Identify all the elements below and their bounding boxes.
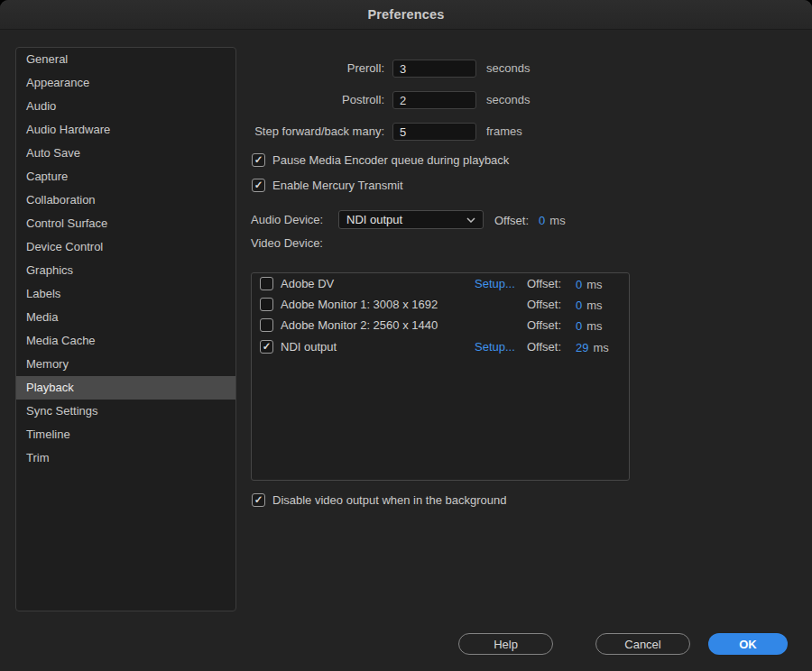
audio-device-label: Audio Device:	[251, 211, 323, 229]
check-icon: ✓	[254, 155, 263, 166]
video-device-label: Video Device:	[251, 234, 323, 253]
sidebar-item-labels[interactable]: Labels	[16, 282, 235, 306]
offset-value-group: 0 ms	[576, 275, 603, 293]
monitor-2-checkbox[interactable]: ✓	[260, 318, 273, 332]
offset-label: Offset:	[527, 338, 561, 356]
offset-unit: ms	[586, 319, 602, 333]
offset-value: 0	[576, 278, 582, 291]
device-name: NDI output	[281, 338, 337, 356]
sidebar-item-audio[interactable]: Audio	[16, 95, 235, 118]
offset-unit: ms	[593, 341, 608, 354]
sidebar-item-media[interactable]: Media	[16, 306, 235, 329]
sidebar-item-appearance[interactable]: Appearance	[16, 71, 235, 95]
sidebar-item-sync-settings[interactable]: Sync Settings	[16, 400, 235, 423]
audio-device-selected-value: NDI output	[346, 213, 402, 226]
offset-value: 0	[576, 299, 582, 312]
device-name: Adobe Monitor 2: 2560 x 1440	[281, 317, 438, 335]
step-forward-back-label: Step forward/back many:	[244, 123, 384, 141]
sidebar-item-memory[interactable]: Memory	[16, 353, 235, 376]
sidebar-item-playback[interactable]: Playback	[16, 376, 235, 400]
preroll-unit: seconds	[486, 60, 530, 78]
sidebar-item-audio-hardware[interactable]: Audio Hardware	[16, 118, 235, 142]
offset-label: Offset:	[527, 296, 561, 314]
disable-video-output-checkbox[interactable]: ✓	[252, 493, 265, 507]
ok-button[interactable]: OK	[708, 633, 788, 655]
offset-value: 29	[576, 341, 588, 354]
pause-media-encoder-label: Pause Media Encoder queue during playbac…	[272, 153, 509, 167]
step-forward-back-unit: frames	[486, 123, 522, 141]
preferences-dialog: Preferences General Appearance Audio Aud…	[0, 0, 812, 671]
postroll-input[interactable]	[392, 91, 476, 109]
device-name: Adobe DV	[281, 275, 334, 293]
video-device-list: ✓ Adobe DV Setup... Offset: 0 ms ✓ Adobe…	[251, 272, 630, 481]
preroll-label: Preroll:	[244, 60, 384, 78]
video-device-row-monitor-1: ✓ Adobe Monitor 1: 3008 x 1692 Offset: 0…	[252, 296, 629, 314]
help-button-label: Help	[494, 638, 518, 651]
offset-label: Offset:	[527, 275, 561, 293]
enable-mercury-transmit-label: Enable Mercury Transmit	[272, 179, 403, 192]
dialog-title: Preferences	[367, 7, 444, 22]
disable-video-output-option: ✓ Disable video output when in the backg…	[252, 493, 506, 507]
ndi-output-checkbox[interactable]: ✓	[260, 340, 273, 354]
offset-value: 0	[576, 319, 582, 333]
audio-offset-label: Offset:	[494, 214, 529, 227]
postroll-label: Postroll:	[244, 91, 384, 109]
sidebar-item-trim[interactable]: Trim	[16, 446, 235, 470]
ok-button-label: OK	[739, 638, 757, 651]
video-device-row-adobe-dv: ✓ Adobe DV Setup... Offset: 0 ms	[252, 275, 629, 293]
audio-offset-group: Offset: 0 ms	[494, 211, 566, 229]
help-button[interactable]: Help	[458, 633, 553, 655]
audio-offset-value: 0	[539, 214, 545, 227]
sidebar-item-timeline[interactable]: Timeline	[16, 423, 235, 446]
enable-mercury-transmit-option: ✓ Enable Mercury Transmit	[252, 179, 403, 192]
device-name: Adobe Monitor 1: 3008 x 1692	[281, 296, 438, 314]
video-device-row-ndi-output: ✓ NDI output Setup... Offset: 29 ms	[252, 338, 629, 356]
preferences-sidebar: General Appearance Audio Audio Hardware …	[15, 47, 236, 611]
check-icon: ✓	[263, 342, 272, 353]
audio-offset-unit: ms	[549, 214, 565, 227]
sidebar-item-collaboration[interactable]: Collaboration	[16, 188, 235, 212]
title-bar: Preferences	[0, 0, 812, 30]
enable-mercury-transmit-checkbox[interactable]: ✓	[252, 179, 265, 192]
step-forward-back-input[interactable]	[392, 123, 476, 141]
check-icon: ✓	[254, 180, 263, 191]
cancel-button[interactable]: Cancel	[595, 633, 690, 655]
cancel-button-label: Cancel	[624, 638, 660, 651]
setup-link[interactable]: Setup...	[475, 275, 515, 293]
audio-device-dropdown[interactable]: NDI output	[338, 210, 484, 229]
offset-value-group: 0 ms	[576, 317, 603, 335]
video-device-row-monitor-2: ✓ Adobe Monitor 2: 2560 x 1440 Offset: 0…	[252, 317, 629, 335]
pause-media-encoder-checkbox[interactable]: ✓	[252, 153, 265, 167]
setup-link[interactable]: Setup...	[475, 338, 515, 356]
sidebar-item-general[interactable]: General	[16, 48, 235, 71]
chevron-down-icon	[466, 217, 475, 223]
pause-media-encoder-option: ✓ Pause Media Encoder queue during playb…	[252, 153, 509, 167]
check-icon: ✓	[254, 495, 263, 506]
adobe-dv-checkbox[interactable]: ✓	[260, 277, 273, 290]
offset-unit: ms	[586, 278, 602, 291]
offset-value-group: 29 ms	[576, 338, 609, 356]
postroll-unit: seconds	[486, 91, 530, 109]
sidebar-item-capture[interactable]: Capture	[16, 165, 235, 188]
monitor-1-checkbox[interactable]: ✓	[260, 298, 273, 311]
offset-label: Offset:	[527, 317, 561, 335]
offset-unit: ms	[586, 299, 602, 312]
sidebar-item-control-surface[interactable]: Control Surface	[16, 212, 235, 235]
sidebar-item-media-cache[interactable]: Media Cache	[16, 329, 235, 353]
disable-video-output-label: Disable video output when in the backgro…	[272, 493, 506, 507]
sidebar-item-graphics[interactable]: Graphics	[16, 259, 235, 282]
sidebar-item-device-control[interactable]: Device Control	[16, 235, 235, 259]
preroll-input[interactable]	[392, 60, 476, 78]
offset-value-group: 0 ms	[576, 296, 603, 314]
sidebar-item-auto-save[interactable]: Auto Save	[16, 142, 235, 165]
